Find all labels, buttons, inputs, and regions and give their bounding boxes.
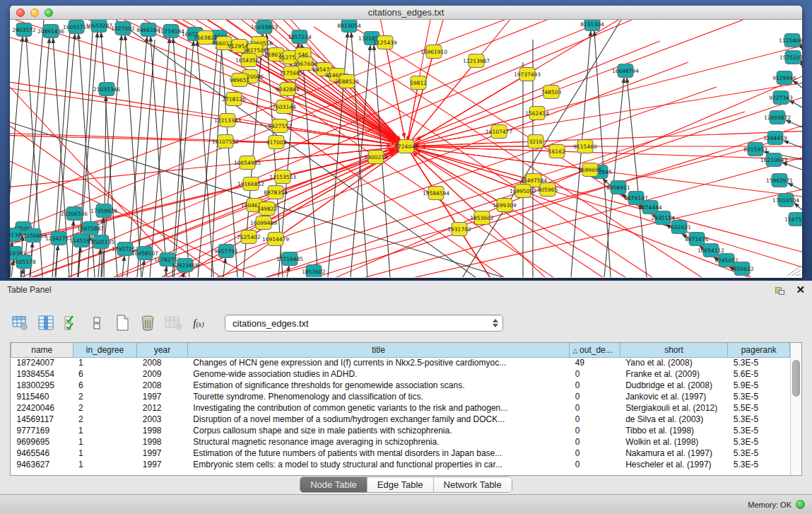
graph-node-teal[interactable]: 15992971 bbox=[766, 174, 793, 187]
table-cell[interactable]: 1997 bbox=[137, 391, 188, 402]
table-row[interactable]: 2242004622012Investigating the contribut… bbox=[11, 402, 790, 414]
table-cell[interactable]: 6 bbox=[73, 380, 137, 391]
table-cell[interactable]: 18724007 bbox=[11, 357, 73, 368]
black-edge[interactable] bbox=[142, 260, 144, 277]
graph-node-teal[interactable]: 21035346 bbox=[93, 83, 120, 96]
table-cell[interactable]: Nakamura et al. (1997) bbox=[620, 448, 728, 459]
table-row[interactable]: 1830029562008Estimation of significance … bbox=[11, 380, 790, 391]
row-height-icon[interactable] bbox=[86, 313, 107, 334]
black-edge[interactable] bbox=[104, 96, 106, 277]
table-row[interactable]: 1938455462009Genome-wide association stu… bbox=[11, 368, 790, 380]
red-edge[interactable] bbox=[406, 146, 534, 180]
graph-node-teal[interactable]: 9457791 bbox=[214, 245, 238, 258]
table-cell[interactable]: 1 bbox=[73, 436, 137, 448]
black-edge[interactable] bbox=[786, 120, 802, 127]
graph-node-yellow[interactable]: 1931702 bbox=[447, 223, 471, 236]
table-cell[interactable]: 2008 bbox=[137, 380, 188, 391]
black-edge[interactable] bbox=[197, 41, 213, 277]
table-cell[interactable]: Hescheler et al. (1997) bbox=[620, 459, 728, 470]
table-cell[interactable]: 5.6E-5 bbox=[728, 368, 790, 380]
graph-node-yellow[interactable]: 1562414 bbox=[525, 107, 549, 120]
table-cell[interactable]: Estimation of the future numbers of pati… bbox=[187, 448, 569, 459]
graph-node-yellow[interactable]: 19166852 bbox=[237, 177, 264, 191]
table-row[interactable]: 946554611997Estimation of the future num… bbox=[11, 448, 790, 459]
graph-node-yellow[interactable]: 10654985 bbox=[234, 156, 261, 170]
tab-edge-table[interactable]: Edge Table bbox=[367, 477, 434, 492]
table-cell[interactable]: 0 bbox=[570, 459, 620, 470]
table-cell[interactable]: Stergiakouli et al. (2012) bbox=[620, 402, 728, 414]
graph-node-yellow[interactable]: 16914479 bbox=[262, 233, 289, 246]
table-cell[interactable]: 1997 bbox=[137, 459, 188, 470]
table-cell[interactable]: Tourette syndrome. Phenomenology and cla… bbox=[187, 391, 569, 402]
graph-node-teal[interactable]: 20891436 bbox=[37, 25, 64, 38]
table-cell[interactable]: 2003 bbox=[137, 414, 188, 425]
table-cell[interactable]: 0 bbox=[570, 436, 620, 448]
table-row[interactable]: 977716911998Corpus callosum shape and si… bbox=[11, 425, 790, 436]
graph-node-teal[interactable]: 7857224 bbox=[288, 30, 312, 44]
table-row[interactable]: 1456911722003Disruption of a novel membe… bbox=[11, 414, 790, 425]
graph-node-teal[interactable]: 10653287 bbox=[86, 20, 112, 33]
table-cell[interactable]: Yano et al. (2008) bbox=[620, 357, 728, 368]
table-cell[interactable]: 5.3E-5 bbox=[728, 459, 790, 470]
table-cell[interactable]: 0 bbox=[570, 402, 620, 414]
column-header-title[interactable]: title bbox=[187, 343, 569, 357]
table-cell[interactable]: 2009 bbox=[137, 368, 188, 380]
black-edge[interactable] bbox=[571, 31, 591, 277]
table-cell[interactable]: 1998 bbox=[137, 436, 188, 448]
graph-node-yellow[interactable]: 16961910 bbox=[420, 45, 447, 59]
black-edge[interactable] bbox=[71, 221, 73, 277]
black-edge[interactable] bbox=[137, 40, 155, 277]
table-cell[interactable]: Tibbo et al. (1998) bbox=[620, 425, 728, 436]
graph-node-teal[interactable]: 12342757 bbox=[45, 232, 72, 245]
new-table-icon[interactable] bbox=[112, 313, 133, 334]
table-cell[interactable]: 5.3E-5 bbox=[728, 357, 790, 368]
graph-node-yellow[interactable]: 8427552 bbox=[268, 119, 292, 133]
table-cell[interactable]: 1998 bbox=[137, 425, 188, 436]
table-cell[interactable]: de Silva et al. (2003) bbox=[620, 414, 728, 425]
close-panel-icon[interactable]: ✕ bbox=[796, 285, 805, 295]
table-cell[interactable]: 2 bbox=[73, 391, 137, 402]
table-cell[interactable]: 5.3E-5 bbox=[728, 436, 790, 448]
table-cell[interactable]: Estimation of significance thresholds fo… bbox=[187, 380, 569, 391]
column-header-short[interactable]: short bbox=[620, 343, 728, 357]
graph-node-yellow[interactable]: 3216 bbox=[528, 135, 543, 148]
table-cell[interactable]: Disruption of a novel member of a sodium… bbox=[187, 414, 569, 425]
table-cell[interactable]: 0 bbox=[570, 391, 620, 402]
show-columns-icon[interactable] bbox=[35, 313, 57, 334]
table-cell[interactable]: 9699695 bbox=[11, 436, 73, 448]
table-cell[interactable]: 5.3E-5 bbox=[728, 414, 790, 425]
table-cell[interactable]: Jankovic et al. (1997) bbox=[620, 391, 728, 402]
table-cell[interactable]: 0 bbox=[570, 414, 620, 425]
table-cell[interactable]: 0 bbox=[570, 448, 620, 459]
table-cell[interactable]: 1 bbox=[73, 425, 137, 436]
red-edge[interactable] bbox=[385, 42, 405, 138]
table-scrollbar[interactable] bbox=[790, 343, 801, 475]
black-edge[interactable] bbox=[789, 100, 802, 107]
column-header-name[interactable]: name bbox=[11, 343, 73, 357]
column-header-in-degree[interactable]: in_degree bbox=[73, 343, 137, 357]
graph-node-yellow[interactable]: 19584594 bbox=[423, 187, 449, 200]
black-edge[interactable] bbox=[794, 203, 802, 210]
graph-node-teal[interactable]: 1167533 bbox=[784, 213, 802, 226]
import-table-icon[interactable] bbox=[163, 313, 184, 334]
table-cell[interactable]: Changes of HCN gene expression and I(f) … bbox=[187, 357, 569, 368]
graph-node-yellow[interactable]: 16162 bbox=[548, 145, 565, 158]
table-cell[interactable]: 9465546 bbox=[11, 448, 73, 459]
table-cell[interactable]: 22420046 bbox=[11, 402, 73, 414]
table-cell[interactable]: 49 bbox=[570, 357, 620, 368]
table-cell[interactable]: Investigating the contribution of common… bbox=[187, 402, 569, 414]
tab-node-table[interactable]: Node Table bbox=[300, 477, 367, 492]
graph-node-teal[interactable]: 9129946 bbox=[772, 71, 796, 85]
column-header-out-de-[interactable]: △out_de... bbox=[570, 343, 620, 357]
table-cell[interactable]: 2008 bbox=[137, 357, 188, 368]
graph-node-yellow[interactable]: 805965 bbox=[538, 183, 558, 197]
select-columns-icon[interactable] bbox=[61, 313, 82, 334]
table-cell[interactable]: Franke et al. (2009) bbox=[620, 368, 728, 380]
graph-node-teal[interactable]: 1327602 bbox=[111, 22, 135, 35]
table-cell[interactable]: 1 bbox=[73, 448, 137, 459]
graph-node-teal[interactable]: 16648794 bbox=[612, 64, 639, 78]
table-row[interactable]: 911546021997Tourette syndrome. Phenomeno… bbox=[11, 391, 790, 402]
graph-node-yellow[interactable]: 9242848 bbox=[276, 83, 300, 96]
graph-node-yellow[interactable]: 12213987 bbox=[463, 54, 490, 68]
black-edge[interactable] bbox=[122, 256, 124, 277]
